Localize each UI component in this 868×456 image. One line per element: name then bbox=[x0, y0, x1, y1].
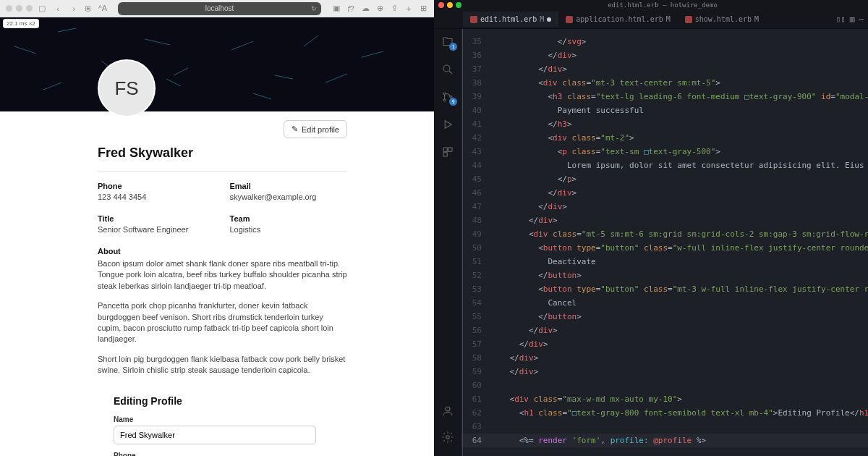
field-team: Team Logistics bbox=[230, 214, 348, 234]
code-line[interactable]: 39 <h3 class="text-lg leading-6 font-med… bbox=[461, 90, 868, 104]
sidebar-icon[interactable]: ▢ bbox=[37, 4, 47, 14]
forward-icon[interactable]: › bbox=[69, 4, 79, 14]
tabs-icon[interactable]: ⊞ bbox=[418, 4, 428, 14]
code-line[interactable]: 46 </div> bbox=[461, 186, 868, 200]
email-value: skywalker@example.org bbox=[230, 193, 348, 201]
code-line[interactable]: 50 <button type="button" class="w-full i… bbox=[461, 241, 868, 255]
divider bbox=[98, 171, 347, 172]
page-content[interactable]: FS ✎ Edit profile Fred Skywalker Phone 1… bbox=[0, 17, 434, 456]
close-dot[interactable] bbox=[6, 5, 12, 12]
code-line[interactable]: 58 </div> bbox=[461, 351, 868, 365]
minimize-dot[interactable] bbox=[16, 5, 22, 12]
code-area[interactable]: 35 </svg>36 </div>37 </div>38 <div class… bbox=[461, 29, 868, 456]
code-editor: edit.html.erb — hotwire_demo edit.html.e… bbox=[434, 0, 868, 456]
tab-label: application.html.erb bbox=[576, 15, 663, 23]
account-icon[interactable] bbox=[441, 404, 455, 418]
debug-icon[interactable] bbox=[441, 117, 455, 132]
text-size-icon[interactable]: ᴬA bbox=[98, 4, 108, 14]
code-line[interactable]: 44 Lorem ipsum, dolor sit amet consectet… bbox=[461, 159, 868, 172]
code-line[interactable]: 59 </div> bbox=[461, 365, 868, 379]
line-number: 58 bbox=[461, 351, 490, 365]
tab-label: show.html.erb bbox=[695, 15, 752, 23]
search-icon[interactable] bbox=[441, 62, 455, 77]
share-icon[interactable]: ⇪ bbox=[389, 4, 399, 14]
code-line[interactable]: 48 </div> bbox=[461, 214, 868, 227]
code-line[interactable]: 37 </div> bbox=[461, 62, 868, 76]
svg-rect-6 bbox=[443, 153, 447, 156]
reload-icon[interactable]: ↻ bbox=[311, 5, 317, 12]
traffic-lights bbox=[6, 5, 33, 12]
line-number: 55 bbox=[461, 310, 490, 324]
code-line[interactable]: 64 <%= render 'form', profile: @profile … bbox=[461, 434, 868, 447]
line-number: 40 bbox=[461, 104, 490, 117]
line-number: 42 bbox=[461, 131, 490, 145]
new-tab-icon[interactable]: + bbox=[404, 4, 414, 14]
split-editor-icon[interactable]: ▯▯ bbox=[836, 14, 846, 24]
tab-label: edit.html.erb bbox=[480, 15, 537, 23]
about-p1: Bacon ipsum dolor amet shank flank doner… bbox=[98, 258, 347, 292]
editor-tab[interactable]: application.html.erb M bbox=[558, 12, 677, 27]
code-line[interactable]: 51 Deactivate bbox=[461, 255, 868, 269]
toggle-panel-icon[interactable]: ▥ bbox=[850, 14, 855, 24]
profile-name: Fred Skywalker bbox=[98, 145, 347, 161]
code-line[interactable]: 42 <div class="mt-2"> bbox=[461, 131, 868, 145]
camera-icon[interactable]: ▣ bbox=[331, 4, 341, 14]
line-number: 53 bbox=[461, 282, 490, 296]
code-line[interactable]: 63 bbox=[461, 420, 868, 434]
zoom-dot[interactable] bbox=[26, 5, 33, 12]
explorer-icon[interactable]: 1 bbox=[441, 35, 455, 49]
browser-toolbar: ▢ ‹ › ⛨ ᴬA localhost ↻ ▣ f? ☁ ⊕ ⇪ + ⊞ bbox=[0, 0, 434, 17]
title-label: Title bbox=[98, 214, 216, 223]
editor-tab[interactable]: show.html.erb M bbox=[678, 12, 766, 27]
format-icon[interactable]: f? bbox=[346, 4, 356, 14]
erb-file-icon bbox=[685, 16, 692, 23]
explorer-badge: 1 bbox=[449, 43, 457, 51]
line-number: 41 bbox=[461, 117, 490, 131]
edit-profile-button[interactable]: ✎ Edit profile bbox=[284, 120, 347, 138]
code-line[interactable]: 36 </div> bbox=[461, 48, 868, 62]
more-icon[interactable]: ⋯ bbox=[859, 14, 864, 24]
cloud-icon[interactable]: ☁ bbox=[360, 4, 370, 14]
code-line[interactable]: 56 </div> bbox=[461, 324, 868, 337]
url-bar[interactable]: localhost ↻ bbox=[118, 2, 321, 15]
line-number: 59 bbox=[461, 365, 490, 379]
back-icon[interactable]: ‹ bbox=[53, 4, 63, 14]
settings-icon[interactable] bbox=[441, 430, 455, 444]
code-line[interactable]: 38 <div class="mt-3 text-center sm:mt-5"… bbox=[461, 76, 868, 90]
code-line[interactable]: 43 <p class="text-sm □text-gray-500"> bbox=[461, 145, 868, 159]
code-line[interactable]: 49 <div class="mt-5 sm:mt-6 sm:grid sm:g… bbox=[461, 227, 868, 241]
code-line[interactable]: 57 </div> bbox=[461, 337, 868, 351]
download-icon[interactable]: ⊕ bbox=[375, 4, 385, 14]
code-line[interactable]: 52 </button> bbox=[461, 269, 868, 282]
code-line[interactable]: 53 <button type="button" class="mt-3 w-f… bbox=[461, 282, 868, 296]
code-line[interactable]: 40 Payment successful bbox=[461, 104, 868, 117]
close-icon[interactable] bbox=[438, 2, 444, 8]
line-number: 49 bbox=[461, 227, 490, 241]
erb-file-icon bbox=[470, 16, 477, 23]
code-line[interactable]: 61 <div class="max-w-md mx-auto my-10"> bbox=[461, 392, 868, 406]
svg-point-2 bbox=[443, 99, 446, 101]
erb-file-icon bbox=[566, 16, 573, 23]
code-line[interactable]: 35 </svg> bbox=[461, 35, 868, 48]
tab-modified: M bbox=[666, 15, 671, 23]
code-line[interactable]: 60 bbox=[461, 379, 868, 392]
minimize-icon[interactable] bbox=[447, 2, 453, 8]
scm-badge: 9 bbox=[449, 98, 457, 106]
code-line[interactable]: 47 </div> bbox=[461, 200, 868, 214]
extensions-icon[interactable] bbox=[441, 145, 455, 159]
code-line[interactable]: 45 </p> bbox=[461, 172, 868, 186]
name-input[interactable] bbox=[114, 426, 316, 444]
code-line[interactable]: 41 </h3> bbox=[461, 117, 868, 131]
code-line[interactable]: 54 Cancel bbox=[461, 296, 868, 310]
source-control-icon[interactable]: 9 bbox=[441, 90, 455, 104]
code-line[interactable]: 62 <h1 class="□text-gray-800 font-semibo… bbox=[461, 406, 868, 420]
zoom-icon[interactable] bbox=[456, 2, 461, 8]
svg-rect-5 bbox=[448, 148, 452, 151]
line-number: 61 bbox=[461, 392, 490, 406]
code-line[interactable]: 55 </button> bbox=[461, 310, 868, 324]
shield-icon[interactable]: ⛨ bbox=[83, 4, 93, 14]
editor-tab[interactable]: edit.html.erb M bbox=[463, 12, 558, 27]
line-number: 44 bbox=[461, 159, 490, 172]
line-number: 38 bbox=[461, 76, 490, 90]
line-number: 50 bbox=[461, 241, 490, 255]
